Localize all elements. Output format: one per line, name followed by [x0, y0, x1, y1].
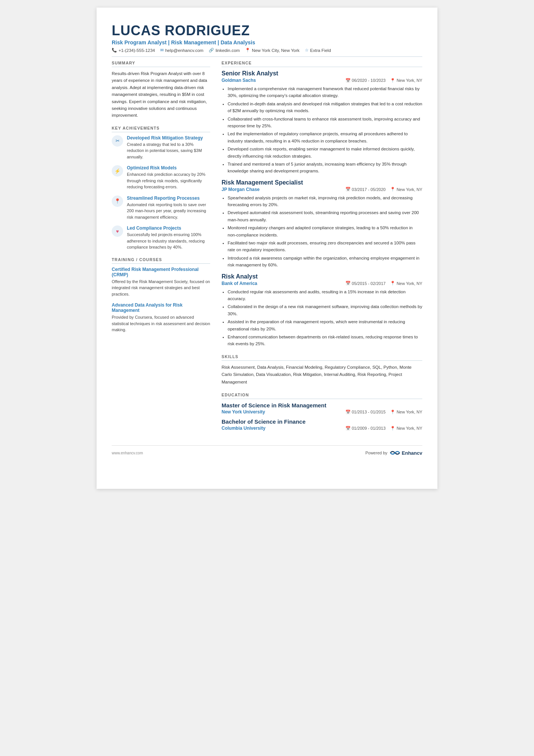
location-contact: 📍 New York City, New York [245, 48, 300, 53]
edu-degree-2: Bachelor of Science in Finance [222, 418, 422, 425]
achievement-title-3: Streamlined Reporting Processes [127, 196, 210, 201]
pin-icon-3: 📍 [390, 281, 395, 286]
phone-contact: 📞 +1-(234)-555-1234 [112, 48, 155, 53]
calendar-icon-3: 📅 [345, 281, 351, 286]
extra-contact: ☆ Extra Field [305, 48, 331, 53]
achievement-item-3: 📍 Streamlined Reporting Processes Automa… [112, 196, 210, 221]
edu-date-2: 📅 01/2009 - 01/2013 [345, 426, 386, 431]
training-desc-2: Provided by Coursera, focused on advance… [112, 314, 210, 333]
edu-location-1: 📍 New York, NY [390, 410, 422, 415]
job-location-3: 📍 New York, NY [390, 281, 422, 286]
achievements-label: KEY ACHIEVEMENTS [112, 126, 210, 132]
edu-meta-2: 📅 01/2009 - 01/2013 📍 New York, NY [345, 426, 422, 431]
left-column: SUMMARY Results-driven Risk Program Anal… [112, 61, 210, 438]
bullet-2-2: Developed automated risk assessment tool… [228, 209, 422, 223]
edu-meta-1: 📅 01/2013 - 01/2015 📍 New York, NY [345, 410, 422, 415]
calendar-icon-1: 📅 [345, 78, 351, 83]
job-company-row-3: Bank of America 📅 05/2015 - 02/2017 📍 Ne… [222, 281, 422, 286]
header-divider [112, 56, 422, 57]
bullet-3-3: Assisted in the preparation of risk mana… [228, 318, 422, 332]
footer-brand: Powered by Enhancv [365, 449, 422, 456]
bullet-2-4: Facilitated two major risk audit process… [228, 239, 422, 254]
achievement-item-1: ✂ Developed Risk Mitigation Strategy Cre… [112, 135, 210, 160]
job-2: Risk Management Specialist JP Morgan Cha… [222, 179, 422, 269]
job-company-1: Goldman Sachs [222, 78, 256, 83]
resume-page: LUCAS RODRIGUEZ Risk Program Analyst | R… [97, 8, 437, 489]
powered-by-label: Powered by [365, 451, 387, 455]
edu-location-2: 📍 New York, NY [390, 426, 422, 431]
summary-text: Results-driven Risk Program Analyst with… [112, 70, 210, 119]
job-title-2: Risk Management Specialist [222, 179, 422, 186]
job-company-row-1: Goldman Sachs 📅 06/2020 - 10/2023 📍 New … [222, 78, 422, 83]
job-title-1: Senior Risk Analyst [222, 70, 422, 77]
summary-section: SUMMARY Results-driven Risk Program Anal… [112, 61, 210, 119]
enhancv-logo: Enhancv [390, 449, 422, 456]
bullet-3-1: Conducted regular risk assessments and a… [228, 288, 422, 302]
bullet-1-5: Developed custom risk reports, enabling … [228, 146, 422, 160]
job-3: Risk Analyst Bank of America 📅 05/2015 -… [222, 273, 422, 347]
job-location-1: 📍 New York, NY [390, 78, 422, 83]
training-title-1: Certified Risk Management Professional (… [112, 267, 210, 277]
bullet-1-2: Conducted in-depth data analysis and dev… [228, 100, 422, 114]
linkedin-icon: 🔗 [209, 48, 214, 53]
job-location-2: 📍 New York, NY [390, 187, 422, 192]
achievement-title-1: Developed Risk Mitigation Strategy [127, 135, 210, 141]
job-meta-3: 📅 05/2015 - 02/2017 📍 New York, NY [345, 281, 422, 286]
pin-icon-1: 📍 [390, 78, 395, 83]
job-company-2: JP Morgan Chase [222, 187, 259, 192]
edu-item-1: Master of Science in Risk Management New… [222, 402, 422, 415]
education-label: EDUCATION [222, 393, 422, 399]
bullet-3-2: Collaborated in the design of a new risk… [228, 303, 422, 317]
achievements-section: KEY ACHIEVEMENTS ✂ Developed Risk Mitiga… [112, 126, 210, 250]
body-layout: SUMMARY Results-driven Risk Program Anal… [112, 61, 422, 438]
footer: www.enhancv.com Powered by Enhancv [112, 445, 422, 456]
bullet-2-5: Introduced a risk awareness campaign wit… [228, 255, 422, 269]
star-icon: ☆ [305, 48, 309, 53]
education-section: EDUCATION Master of Science in Risk Mana… [222, 393, 422, 431]
job-bullets-1: Implemented a comprehensive risk managem… [228, 85, 422, 175]
job-meta-1: 📅 06/2020 - 10/2023 📍 New York, NY [345, 78, 422, 83]
candidate-title: Risk Program Analyst | Risk Management |… [112, 39, 422, 45]
edu-pin-icon-1: 📍 [390, 410, 395, 414]
right-column: EXPERIENCE Senior Risk Analyst Goldman S… [222, 61, 422, 438]
calendar-icon-2: 📅 [345, 187, 351, 192]
achievement-desc-2: Enhanced risk prediction accuracy by 20%… [127, 171, 210, 190]
achievement-icon-2: ⚡ [112, 165, 123, 177]
email-contact: ✉ help@enhancv.com [160, 48, 203, 53]
edu-pin-icon-2: 📍 [390, 426, 395, 430]
training-item-2: Advanced Data Analysis for Risk Manageme… [112, 302, 210, 333]
job-1: Senior Risk Analyst Goldman Sachs 📅 06/2… [222, 70, 422, 175]
edu-calendar-icon-1: 📅 [345, 410, 351, 414]
job-bullets-3: Conducted regular risk assessments and a… [228, 288, 422, 347]
achievement-item-2: ⚡ Optimized Risk Models Enhanced risk pr… [112, 165, 210, 190]
job-date-3: 📅 05/2015 - 02/2017 [345, 281, 386, 286]
bullet-2-1: Spearheaded analysis projects on market … [228, 194, 422, 208]
edu-item-2: Bachelor of Science in Finance Columbia … [222, 418, 422, 431]
phone-icon: 📞 [112, 48, 117, 53]
achievement-icon-4: ♥ [112, 225, 123, 237]
achievement-desc-1: Created a strategy that led to a 30% red… [127, 141, 210, 160]
job-company-row-2: JP Morgan Chase 📅 03/2017 - 05/2020 📍 Ne… [222, 187, 422, 192]
achievement-icon-1: ✂ [112, 135, 123, 147]
pin-icon-2: 📍 [390, 187, 395, 192]
job-date-2: 📅 03/2017 - 05/2020 [345, 187, 386, 192]
edu-school-1: New York University [222, 409, 265, 415]
job-date-1: 📅 06/2020 - 10/2023 [345, 78, 386, 83]
job-bullets-2: Spearheaded analysis projects on market … [228, 194, 422, 269]
skills-label: SKILLS [222, 354, 422, 361]
linkedin-contact: 🔗 linkedin.com [209, 48, 240, 53]
summary-label: SUMMARY [112, 61, 210, 67]
training-desc-1: Offered by the Risk Management Society, … [112, 279, 210, 297]
contact-row: 📞 +1-(234)-555-1234 ✉ help@enhancv.com 🔗… [112, 48, 422, 53]
edu-date-1: 📅 01/2013 - 01/2015 [345, 410, 386, 415]
edu-school-row-1: New York University 📅 01/2013 - 01/2015 … [222, 409, 422, 415]
edu-calendar-icon-2: 📅 [345, 426, 351, 430]
job-company-3: Bank of America [222, 281, 257, 286]
experience-section: EXPERIENCE Senior Risk Analyst Goldman S… [222, 61, 422, 347]
footer-website: www.enhancv.com [112, 451, 143, 455]
achievement-desc-3: Automated risk reporting tools to save o… [127, 202, 210, 221]
enhancv-logo-svg [390, 449, 400, 456]
achievement-desc-4: Successfully led projects ensuring 100% … [127, 232, 210, 250]
edu-school-row-2: Columbia University 📅 01/2009 - 01/2013 … [222, 426, 422, 431]
edu-school-2: Columbia University [222, 426, 265, 431]
